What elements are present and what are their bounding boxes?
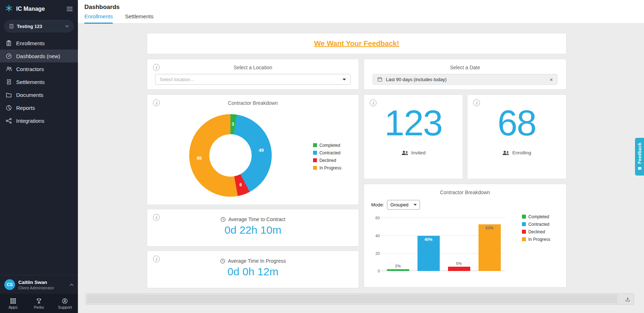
sidebar-item-label: Contractors bbox=[16, 66, 44, 72]
organization-icon bbox=[9, 24, 14, 29]
sidebar-item-settlements[interactable]: Settlements bbox=[0, 75, 78, 88]
user-name: Caitlin Swan bbox=[18, 280, 66, 285]
brand-name: IC Manage bbox=[16, 6, 63, 12]
integrations-icon bbox=[5, 118, 12, 124]
page-title: Dashboards bbox=[84, 4, 120, 11]
legend-swatch bbox=[313, 158, 317, 162]
bar-value-label: 2% bbox=[395, 264, 401, 268]
right-column: i 123 Invited i bbox=[364, 94, 566, 288]
info-icon[interactable]: i bbox=[153, 214, 160, 221]
settlements-icon bbox=[5, 79, 12, 85]
dashboards-icon bbox=[5, 53, 12, 59]
footer-label: Apps bbox=[9, 305, 18, 309]
legend-item-completed: Completed bbox=[313, 142, 341, 148]
tab-settlements[interactable]: Settlements bbox=[125, 13, 153, 24]
location-filter-title: Select a Location bbox=[147, 65, 359, 70]
ic-manage-logo-icon bbox=[5, 4, 13, 14]
bar-chart-legend: CompletedContractedDeclinedIn Progress bbox=[522, 214, 550, 242]
sidebar-item-integrations[interactable]: Integrations bbox=[0, 114, 78, 127]
invited-label: Invited bbox=[411, 150, 426, 155]
legend-item-contracted: Contracted bbox=[522, 221, 550, 227]
sidebar-item-label: Enrollments bbox=[16, 40, 45, 46]
location-select-placeholder: Select location... bbox=[160, 77, 194, 82]
feedback-tab[interactable]: Feedback bbox=[635, 138, 644, 176]
user-info: Caitlin Swan Client Administrator bbox=[18, 280, 66, 290]
info-icon[interactable]: i bbox=[153, 64, 160, 71]
date-filter-title: Select a Date bbox=[364, 65, 566, 70]
donut-value-label: 49 bbox=[259, 148, 264, 153]
feedback-bubble-icon bbox=[638, 167, 642, 171]
horizontal-scrollbar[interactable] bbox=[85, 293, 634, 305]
mode-select-value: Grouped bbox=[390, 202, 409, 207]
sidebar-nav: EnrollmentsDashboards (new)ContractorsSe… bbox=[0, 37, 78, 127]
date-filter-card: Select a Date Last 90 days (includes tod… bbox=[364, 59, 566, 90]
donut-value-label: 3 bbox=[232, 122, 234, 127]
info-icon[interactable]: i bbox=[153, 99, 160, 106]
user-role: Client Administrator bbox=[18, 286, 66, 290]
avg-time-to-contract-title: Average Time to Contract bbox=[228, 216, 285, 222]
sidebar-item-dashboards-new[interactable]: Dashboards (new) bbox=[0, 50, 78, 62]
support-icon bbox=[62, 298, 68, 304]
legend-swatch bbox=[522, 215, 526, 219]
clock-icon bbox=[220, 217, 226, 222]
avg-time-in-progress-title: Average Time In Progress bbox=[228, 258, 286, 264]
reports-icon bbox=[5, 105, 12, 111]
legend-label: Contracted bbox=[319, 150, 341, 155]
avg-time-in-progress-card: i Average Time In Progress 0d 0h 12m bbox=[147, 251, 359, 288]
avg-time-in-progress-value: 0d 0h 12m bbox=[147, 266, 359, 278]
enrollments-icon bbox=[5, 40, 12, 46]
download-icon[interactable] bbox=[625, 296, 630, 302]
legend-item-in-progress: In Progress bbox=[313, 165, 341, 171]
info-icon[interactable]: i bbox=[370, 99, 377, 106]
donut-value-label: 65 bbox=[197, 156, 202, 161]
contractors-icon bbox=[5, 66, 12, 72]
footer-support-button[interactable]: Support bbox=[52, 294, 78, 313]
sidebar-item-documents[interactable]: Documents bbox=[0, 88, 78, 101]
sidebar-header: IC Manage bbox=[0, 0, 78, 18]
donut-chart-title: Contractor Breakdown bbox=[147, 100, 359, 106]
legend-label: Contracted bbox=[528, 222, 550, 227]
hamburger-menu-icon[interactable] bbox=[66, 6, 73, 11]
left-column: i Contractor Breakdown 349665 CompletedC… bbox=[147, 94, 359, 288]
info-icon[interactable]: i bbox=[473, 99, 480, 106]
user-menu[interactable]: CS Caitlin Swan Client Administrator bbox=[0, 275, 78, 294]
close-icon[interactable]: × bbox=[550, 77, 553, 82]
sidebar-item-reports[interactable]: Reports bbox=[0, 101, 78, 114]
footer-label: Perks bbox=[34, 305, 44, 309]
info-icon[interactable]: i bbox=[153, 256, 160, 262]
legend-label: In Progress bbox=[319, 165, 341, 170]
date-range-picker[interactable]: Last 90 days (includes today) × bbox=[373, 74, 557, 85]
mode-label: Mode: bbox=[371, 202, 384, 207]
footer-perks-button[interactable]: Perks bbox=[26, 294, 52, 313]
mode-row: Mode: Grouped bbox=[371, 200, 566, 210]
app-root: IC Manage Testing 123 EnrollmentsDashboa… bbox=[0, 0, 644, 313]
feedback-link[interactable]: We Want Your Feedback! bbox=[314, 39, 399, 48]
sidebar-item-label: Documents bbox=[16, 92, 43, 98]
mode-select[interactable]: Grouped bbox=[387, 200, 420, 210]
enrolling-stat-card: i 68 Enrolling bbox=[467, 94, 566, 179]
main-area: Dashboards EnrollmentsSettlements We Wan… bbox=[78, 0, 644, 313]
donut-chart[interactable]: 349665 bbox=[189, 114, 272, 197]
sidebar-item-label: Settlements bbox=[16, 79, 45, 85]
invited-stat-card: i 123 Invited bbox=[364, 94, 463, 179]
contractor-breakdown-donut-card: i Contractor Breakdown 349665 CompletedC… bbox=[147, 94, 359, 205]
sidebar-item-contractors[interactable]: Contractors bbox=[0, 62, 78, 75]
tab-enrollments[interactable]: Enrollments bbox=[84, 13, 113, 24]
donut-value-label: 6 bbox=[239, 182, 242, 187]
sidebar-item-enrollments[interactable]: Enrollments bbox=[0, 37, 78, 50]
bar-chart[interactable]: 02040602%40%5%53% bbox=[383, 214, 505, 271]
organization-selector[interactable]: Testing 123 bbox=[4, 20, 74, 32]
sidebar-item-label: Reports bbox=[16, 105, 35, 111]
date-range-value: Last 90 days (includes today) bbox=[386, 77, 447, 82]
avg-time-to-contract-value: 0d 22h 10m bbox=[147, 224, 359, 236]
legend-label: Completed bbox=[528, 214, 549, 219]
dashboard-grid: We Want Your Feedback! i Select a Locati… bbox=[147, 33, 566, 288]
avg-time-to-contract-card: i Average Time to Contract 0d 22h 10m bbox=[147, 209, 359, 247]
footer-apps-button[interactable]: Apps bbox=[0, 294, 26, 313]
clock-icon bbox=[220, 258, 225, 264]
legend-label: Completed bbox=[319, 143, 340, 148]
bar-value-label: 40% bbox=[424, 237, 432, 242]
location-select[interactable]: Select location... bbox=[155, 74, 351, 85]
caret-down-icon bbox=[414, 204, 417, 206]
bar-completed bbox=[387, 269, 409, 271]
